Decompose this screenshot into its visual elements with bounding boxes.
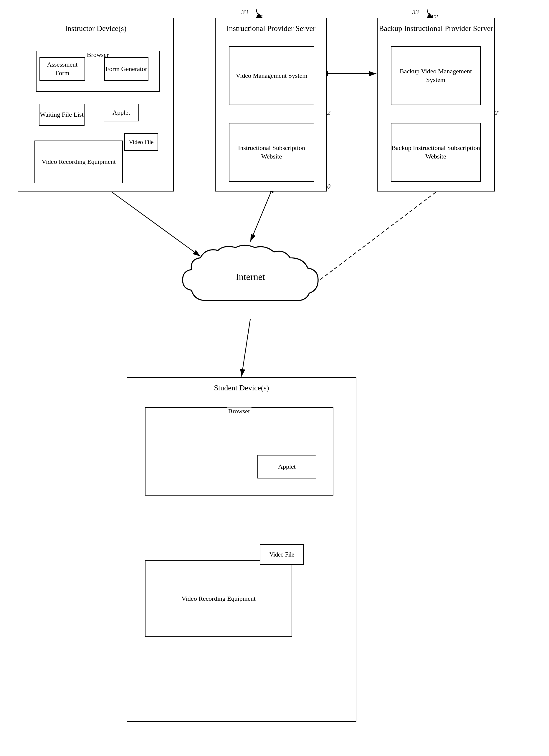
instructor-device-title: Instructor Device(s)	[65, 24, 127, 33]
applet-student-box: Applet	[258, 455, 316, 478]
video-recording-instructor-box: Video Recording Equipment	[34, 141, 123, 183]
form-generator-label: Form Generator	[106, 65, 147, 73]
video-file-student-box: Video File	[260, 544, 304, 565]
subscription-website-box: Instructional Subscription Website	[229, 123, 314, 182]
waiting-file-list-box: Waiting File List	[39, 104, 85, 126]
svg-text:Internet: Internet	[236, 271, 265, 282]
student-device-box: Student Device(s) Browser Applet Video R…	[127, 377, 356, 722]
assessment-form-box: Assessment Form	[39, 57, 85, 81]
video-mgmt-label: Video Management System	[236, 72, 307, 80]
video-file-instructor-box: Video File	[124, 133, 158, 151]
browser-instructor-box: Browser Assessment Form Form Generator	[36, 51, 160, 92]
diagram-container: 33 35 33 35' 37 32 37' 32' 30 30' 46 44 …	[0, 0, 549, 756]
video-recording-instructor-label: Video Recording Equipment	[42, 158, 116, 166]
ref-33-right: 33	[412, 8, 419, 16]
form-generator-box: Form Generator	[104, 57, 149, 81]
svg-line-10	[242, 319, 251, 377]
backup-video-mgmt-box: Backup Video Management System	[391, 46, 481, 105]
backup-provider-server-box: Backup Instructional Provider Server Bac…	[377, 18, 495, 192]
provider-server-title: Instructional Provider Server	[227, 24, 315, 33]
applet-instructor-box: Applet	[104, 104, 139, 121]
video-recording-student-label: Video Recording Equipment	[182, 595, 256, 603]
video-recording-student-box: Video Recording Equipment	[145, 560, 292, 637]
instructor-device-box: Instructor Device(s) Browser Assessment …	[18, 18, 174, 192]
backup-video-mgmt-label: Backup Video Management System	[391, 67, 480, 84]
provider-server-box: Instructional Provider Server Video Mana…	[215, 18, 327, 192]
subscription-website-label: Instructional Subscription Website	[230, 144, 314, 161]
waiting-file-list-label: Waiting File List	[40, 110, 84, 119]
browser-student-label: Browser	[227, 407, 252, 415]
internet-cloud: Internet	[177, 242, 324, 318]
video-file-instructor-label: Video File	[129, 138, 154, 146]
ref-33-left: 33	[242, 8, 248, 16]
svg-line-8	[251, 192, 271, 242]
assessment-form-label: Assessment Form	[40, 60, 85, 77]
video-mgmt-box: Video Management System	[229, 46, 314, 105]
backup-subscription-box: Backup Instructional Subscription Websit…	[391, 123, 481, 182]
browser-student-box: Browser Applet	[145, 407, 333, 496]
applet-instructor-label: Applet	[113, 108, 130, 117]
student-device-title: Student Device(s)	[214, 384, 269, 392]
backup-subscription-label: Backup Instructional Subscription Websit…	[391, 144, 480, 161]
applet-student-label: Applet	[278, 463, 296, 471]
backup-provider-server-title: Backup Instructional Provider Server	[379, 24, 493, 33]
video-file-student-label: Video File	[270, 551, 294, 558]
